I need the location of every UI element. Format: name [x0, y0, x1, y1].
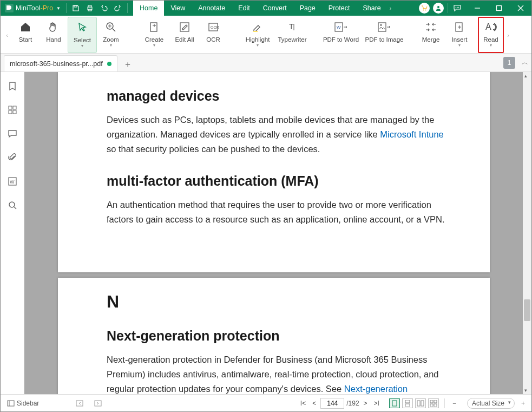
- facing-continuous-view[interactable]: [428, 398, 439, 408]
- menu-share[interactable]: Share: [356, 1, 387, 16]
- redo-button[interactable]: [111, 1, 125, 16]
- word-icon: W: [8, 176, 17, 186]
- cart-button[interactable]: [419, 3, 430, 14]
- nav-prev-location[interactable]: [74, 398, 87, 408]
- heading-managed-devices: managed devices: [107, 88, 446, 104]
- tool-insert[interactable]: Insert ▾: [445, 17, 474, 53]
- single-page-view[interactable]: [389, 398, 400, 408]
- document-viewport[interactable]: managed devices Devices such as PCs, lap…: [24, 72, 531, 394]
- zoom-selector-label: Actual Size: [472, 400, 504, 407]
- bookmark-icon: [8, 81, 17, 91]
- tool-typewriter[interactable]: T Typewriter: [274, 17, 310, 53]
- first-page-button[interactable]: I<: [298, 398, 308, 408]
- prev-page-button[interactable]: <: [310, 398, 318, 408]
- bookmarks-panel-button[interactable]: [6, 80, 19, 93]
- document-tab-label: microsoft-365-business-pr...pdf: [10, 60, 103, 68]
- menu-protect[interactable]: Protect: [322, 1, 357, 16]
- menu-page[interactable]: Page: [293, 1, 322, 16]
- workspace: W managed devices Devices such as PCs, l…: [1, 72, 531, 394]
- maximize-button[interactable]: [488, 1, 510, 16]
- current-page-input[interactable]: [320, 398, 344, 409]
- tool-create[interactable]: Create ▾: [139, 17, 169, 53]
- continuous-view[interactable]: [402, 398, 413, 408]
- chat-icon: [453, 4, 462, 12]
- tool-ocr[interactable]: OCR OCR: [200, 17, 227, 53]
- attachments-panel-button[interactable]: [6, 151, 19, 164]
- sidebar-toggle[interactable]: Sidebar: [5, 398, 41, 408]
- zoom-out-button[interactable]: −: [450, 398, 458, 408]
- left-sidebar: W: [1, 72, 24, 394]
- add-tab-button[interactable]: ＋: [121, 57, 135, 71]
- total-pages-label: /192: [346, 400, 359, 407]
- page-layout-group: [389, 398, 439, 408]
- tool-edit-all[interactable]: Edit All: [169, 17, 200, 53]
- svg-text:W: W: [337, 25, 341, 30]
- tool-merge[interactable]: Merge: [416, 17, 445, 53]
- ribbon-scroll-right[interactable]: ›: [504, 17, 513, 53]
- tool-pdftoimage-label: PDF to Image: [365, 36, 404, 43]
- minimize-button[interactable]: [467, 1, 488, 16]
- ribbon-scroll-left[interactable]: ‹: [3, 17, 11, 53]
- save-button[interactable]: [69, 1, 83, 16]
- svg-rect-25: [253, 31, 258, 32]
- thumbnails-panel-button[interactable]: [6, 103, 19, 116]
- last-page-button[interactable]: >I: [372, 398, 382, 408]
- tool-start[interactable]: Start: [11, 17, 40, 53]
- menu-edit[interactable]: Edit: [232, 1, 257, 16]
- undo-button[interactable]: [97, 1, 111, 16]
- tool-highlight[interactable]: Highlight ▾: [241, 17, 274, 53]
- svg-point-5: [423, 10, 424, 11]
- print-button[interactable]: [83, 1, 97, 16]
- collapse-ribbon-button[interactable]: ︿: [522, 58, 528, 67]
- tool-hand-label: Hand: [46, 36, 61, 43]
- comments-panel-button[interactable]: [6, 127, 19, 140]
- tool-hand[interactable]: Hand: [40, 17, 68, 53]
- menu-home[interactable]: Home: [133, 1, 164, 16]
- tool-create-label: Create: [145, 36, 164, 43]
- statusbar: Sidebar I< < /192 > >I − Actual Size +: [1, 394, 531, 411]
- tool-highlight-label: Highlight: [246, 36, 270, 43]
- scrollbar-thumb[interactable]: [524, 299, 530, 321]
- svg-line-43: [14, 207, 16, 209]
- main-menu-bar: Home View Annotate Edit Convert Page Pro…: [133, 1, 393, 16]
- next-page-button[interactable]: >: [362, 398, 370, 408]
- pdftoword-icon: W: [334, 21, 348, 33]
- menu-convert[interactable]: Convert: [257, 1, 293, 16]
- menu-view[interactable]: View: [164, 1, 192, 16]
- link-microsoft-intune[interactable]: Microsoft Intune: [380, 129, 443, 139]
- feedback-button[interactable]: [450, 1, 464, 16]
- word-panel-button[interactable]: W: [6, 175, 19, 188]
- search-panel-button[interactable]: [6, 199, 19, 212]
- document-tab[interactable]: microsoft-365-business-pr...pdf: [4, 55, 117, 71]
- search-icon: [8, 200, 17, 210]
- page-count-badge[interactable]: 1: [503, 57, 515, 69]
- svg-point-31: [380, 24, 382, 26]
- zoom-selector[interactable]: Actual Size: [467, 398, 515, 409]
- tool-zoom-label: Zoom: [103, 36, 119, 43]
- tool-start-label: Start: [19, 36, 32, 43]
- svg-rect-36: [9, 106, 12, 109]
- vertical-scrollbar[interactable]: ▴ ▾: [523, 72, 531, 394]
- tool-pdf-to-word[interactable]: W PDF to Word: [320, 17, 362, 53]
- tool-select[interactable]: Select ▾: [68, 17, 97, 53]
- tool-pdf-to-image[interactable]: PDF to Image: [362, 17, 406, 53]
- tool-merge-label: Merge: [422, 36, 440, 43]
- nav-next-location[interactable]: [91, 398, 104, 408]
- tool-typewriter-label: Typewriter: [278, 36, 306, 43]
- facing-view[interactable]: [415, 398, 426, 408]
- svg-text:A: A: [485, 22, 491, 31]
- paperclip-icon: [8, 153, 17, 162]
- typewriter-icon: T: [286, 21, 298, 33]
- account-button[interactable]: [433, 3, 444, 14]
- svg-rect-55: [430, 404, 433, 407]
- menu-annotate[interactable]: Annotate: [192, 1, 232, 16]
- close-button[interactable]: [510, 1, 531, 16]
- edit-icon: [179, 21, 191, 33]
- svg-rect-1: [74, 5, 77, 7]
- tool-read[interactable]: A Read ▾: [478, 17, 504, 53]
- svg-rect-44: [8, 401, 14, 406]
- zoom-in-button[interactable]: +: [519, 398, 527, 408]
- user-icon: [435, 5, 442, 11]
- tool-zoom[interactable]: Zoom ▾: [97, 17, 125, 53]
- titlebar-right-icons: [417, 1, 464, 16]
